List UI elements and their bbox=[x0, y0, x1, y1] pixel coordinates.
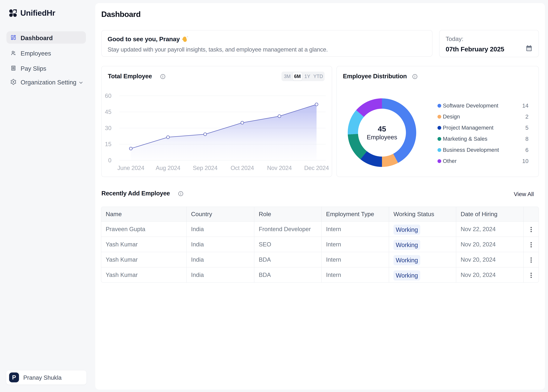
svg-text:45: 45 bbox=[105, 109, 111, 115]
svg-text:Oct 2024: Oct 2024 bbox=[231, 165, 254, 171]
svg-text:30: 30 bbox=[105, 125, 111, 131]
svg-text:Aug 2024: Aug 2024 bbox=[156, 165, 180, 171]
svg-text:60: 60 bbox=[105, 92, 111, 99]
svg-text:Dec 2024: Dec 2024 bbox=[304, 165, 329, 171]
svg-text:Sep 2024: Sep 2024 bbox=[193, 165, 217, 171]
svg-text:Nov 2024: Nov 2024 bbox=[267, 165, 292, 171]
svg-text:0: 0 bbox=[108, 157, 111, 164]
svg-text:June 2024: June 2024 bbox=[117, 165, 144, 171]
svg-text:15: 15 bbox=[105, 141, 111, 147]
